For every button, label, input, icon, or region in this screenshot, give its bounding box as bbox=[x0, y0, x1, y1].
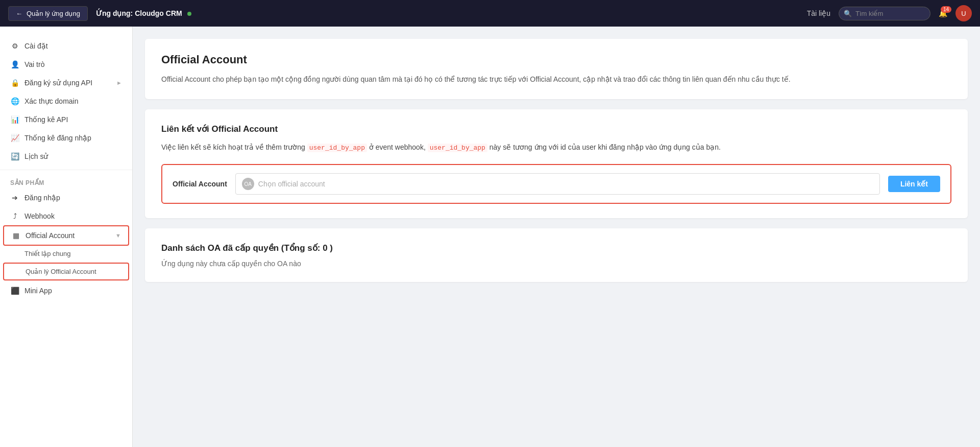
link-section-desc: Việc liên kết sẽ kích hoạt trả về thêm t… bbox=[161, 142, 951, 154]
chevron-down-icon: ▼ bbox=[115, 232, 121, 239]
code1: user_id_by_app bbox=[307, 144, 367, 152]
link-card: Liên kết với Official Account Việc liên … bbox=[145, 109, 968, 218]
page-desc: Official Account cho phép bạn tạo một cộ… bbox=[161, 74, 951, 85]
bar-chart-icon: 📈 bbox=[10, 133, 19, 143]
link-button[interactable]: Liên kết bbox=[888, 176, 940, 192]
list-card: Danh sách OA đã cấp quyền (Tổng số: 0 ) … bbox=[145, 228, 968, 282]
main-content: Official Account Official Account cho ph… bbox=[133, 27, 980, 447]
back-button[interactable]: ← Quản lý ứng dụng bbox=[8, 6, 88, 21]
sidebar-item-label: Mini App bbox=[24, 287, 52, 295]
sidebar-subitem-quan-ly-oa[interactable]: Quản lý Official Account bbox=[3, 263, 129, 280]
sidebar-item-thong-ke-api[interactable]: 📊 Thống kê API bbox=[0, 110, 132, 129]
chevron-right-icon: ► bbox=[116, 80, 122, 86]
sidebar-item-xac-thuc[interactable]: 🌐 Xác thực domain bbox=[0, 92, 132, 110]
link-section-title: Liên kết với Official Account bbox=[161, 124, 951, 134]
sidebar-item-cai-dat[interactable]: ⚙ Cài đặt bbox=[0, 37, 132, 55]
sidebar-item-official-account[interactable]: ▦ Official Account ▼ bbox=[3, 225, 129, 246]
sidebar-item-label: Đăng ký sử dụng API bbox=[24, 79, 92, 87]
form-label: Official Account bbox=[173, 180, 227, 188]
notification-bell[interactable]: 🔔 14 bbox=[939, 9, 947, 17]
sidebar-item-label: Vai trò bbox=[24, 60, 44, 68]
oa-placeholder: Chọn official account bbox=[258, 180, 325, 188]
subitem-label: Thiết lập chung bbox=[24, 250, 70, 257]
gear-icon: ⚙ bbox=[10, 41, 19, 51]
oa-icon: OA bbox=[242, 178, 254, 190]
globe-icon: 🌐 bbox=[10, 97, 19, 106]
page-title: Official Account bbox=[161, 53, 951, 66]
user-icon: 👤 bbox=[10, 60, 19, 69]
sidebar-item-webhook[interactable]: ⤴ Webhook bbox=[0, 207, 132, 225]
search-wrapper: 🔍 bbox=[839, 7, 930, 20]
notif-count: 14 bbox=[941, 6, 951, 13]
sidebar-item-thong-ke-dang-nhap[interactable]: 📈 Thống kê đăng nhập bbox=[0, 129, 132, 147]
mini-app-icon: ⬛ bbox=[10, 286, 19, 295]
sidebar: ⚙ Cài đặt 👤 Vai trò 🔒 Đăng ký sử dụng AP… bbox=[0, 27, 133, 447]
code2: user_id_by_app bbox=[428, 144, 487, 152]
login-icon: ➔ bbox=[10, 193, 19, 202]
sidebar-item-label: Cài đặt bbox=[24, 42, 48, 50]
topbar: ← Quản lý ứng dụng Ứng dụng: Cloudgo CRM… bbox=[0, 0, 980, 27]
search-icon: 🔍 bbox=[844, 10, 852, 17]
sidebar-item-label: Xác thực domain bbox=[24, 97, 79, 105]
subitem-label: Quản lý Official Account bbox=[26, 268, 96, 275]
sidebar-item-lich-su[interactable]: 🔄 Lịch sử bbox=[0, 147, 132, 166]
history-icon: 🔄 bbox=[10, 152, 19, 161]
back-icon: ← bbox=[16, 10, 22, 17]
app-title: Ứng dụng: Cloudgo CRM bbox=[96, 9, 799, 17]
webhook-icon: ⤴ bbox=[10, 211, 19, 221]
official-account-icon: ▦ bbox=[11, 231, 20, 240]
sidebar-item-label: Thống kê API bbox=[24, 115, 68, 124]
divider bbox=[0, 170, 132, 170]
oa-selector[interactable]: OA Chọn official account bbox=[235, 173, 880, 195]
list-empty-text: Ứng dụng này chưa cấp quyền cho OA nào bbox=[161, 260, 951, 268]
layout: ⚙ Cài đặt 👤 Vai trò 🔒 Đăng ký sử dụng AP… bbox=[0, 27, 980, 447]
link-form: Official Account OA Chọn official accoun… bbox=[161, 164, 951, 204]
sidebar-item-label: Đăng nhập bbox=[24, 194, 60, 202]
sidebar-item-label: Lịch sử bbox=[24, 152, 48, 160]
lock-icon: 🔒 bbox=[10, 78, 19, 87]
doc-link[interactable]: Tài liệu bbox=[807, 9, 830, 17]
chart-icon: 📊 bbox=[10, 115, 19, 124]
header-card: Official Account Official Account cho ph… bbox=[145, 39, 968, 99]
sidebar-item-vai-tro[interactable]: 👤 Vai trò bbox=[0, 55, 132, 74]
avatar[interactable]: U bbox=[955, 5, 972, 21]
list-title: Danh sách OA đã cấp quyền (Tổng số: 0 ) bbox=[161, 243, 951, 253]
search-input[interactable] bbox=[839, 7, 930, 20]
sidebar-item-label: Official Account bbox=[26, 231, 75, 240]
sidebar-item-mini-app[interactable]: ⬛ Mini App bbox=[0, 281, 132, 300]
sidebar-subitem-thiet-lap-chung[interactable]: Thiết lập chung bbox=[0, 246, 132, 262]
sidebar-item-label: Webhook bbox=[24, 212, 55, 220]
topbar-right: Tài liệu 🔍 🔔 14 U bbox=[807, 5, 972, 21]
back-label: Quản lý ứng dụng bbox=[27, 10, 80, 17]
status-dot bbox=[187, 12, 191, 16]
section-label: Sản phẩm bbox=[0, 174, 132, 189]
sidebar-item-dang-ky-api[interactable]: 🔒 Đăng ký sử dụng API ► bbox=[0, 74, 132, 92]
sidebar-item-label: Thống kê đăng nhập bbox=[24, 134, 91, 142]
sidebar-item-dang-nhap[interactable]: ➔ Đăng nhập bbox=[0, 189, 132, 207]
